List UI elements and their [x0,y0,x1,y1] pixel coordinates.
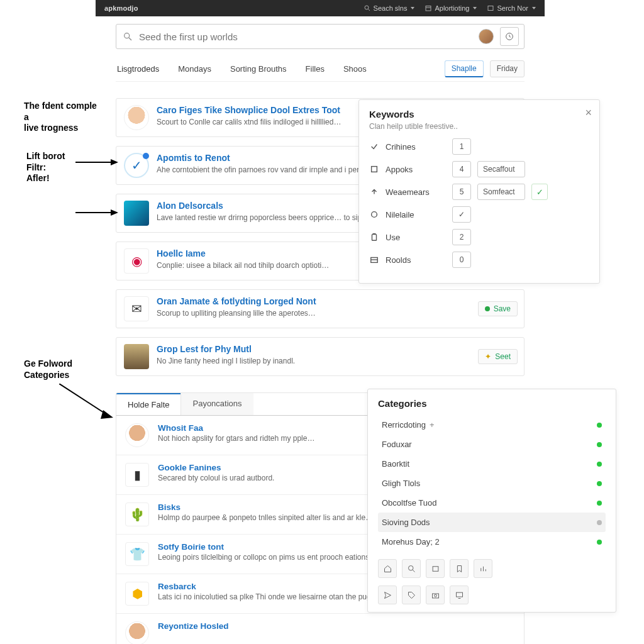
keyword-check[interactable]: ✓ [452,206,471,223]
tab-3[interactable]: Filles [304,60,326,81]
keywords-panel: × Keywords Clan heilp utible freestive..… [358,99,600,284]
tab-0[interactable]: Lisgtrodeds [116,60,160,81]
seet-button[interactable]: ✦Seet [478,349,518,364]
svg-rect-18 [456,592,462,597]
primary-tabs: Lisgtrodeds Mondays Sorting Brouths Fill… [116,60,525,82]
svg-line-1 [368,9,370,11]
result-title[interactable]: Caro Figes Tike Showplice Dool Extres To… [157,105,341,115]
svg-rect-2 [426,6,431,11]
confirm-button[interactable]: ✓ [531,184,548,200]
result-thumb: ◉ [124,248,149,274]
window-button[interactable] [426,559,445,578]
annotation-2: Lift borot Filtr: Afler! [26,151,65,184]
list-item: Reyontize Hosled [116,613,524,644]
category-item[interactable]: Baorktit [378,454,606,474]
history-button[interactable] [500,27,519,46]
svg-line-24 [59,384,106,414]
tab-1[interactable]: Mondays [177,60,213,81]
search-button[interactable] [402,559,421,578]
category-label: Morehus Day; 2 [382,537,440,547]
subtab-0[interactable]: Holde Falte [116,393,180,415]
item-desc: Secared bty coloul is urad autbord. [158,474,274,482]
item-title[interactable]: Gookle Fanines [158,463,274,472]
chip-friday[interactable]: Friday [490,60,525,77]
top-item-2[interactable]: Serch Nor [487,4,536,12]
close-icon[interactable]: × [585,106,592,119]
svg-rect-10 [372,235,377,241]
keyword-label: Use [386,233,446,242]
category-item[interactable]: Obcoltfse Tuod [378,493,606,513]
item-title[interactable]: Sotfy Boirie tont [158,542,377,552]
svg-marker-23 [111,209,118,216]
keyword-label: Roolds [386,255,446,265]
result-title[interactable]: Grop Lest for Phy Mutl [157,344,295,354]
camera-button[interactable] [426,586,445,604]
category-item[interactable]: Gligh Tlols [378,474,606,493]
top-item-1-label: Aplortioting [435,4,469,12]
result-desc: No Jine fanty heed ingl I listilep by in… [157,356,295,366]
send-button[interactable] [378,586,397,604]
search-input[interactable] [139,31,472,42]
bookmark-icon [455,564,464,574]
avatar[interactable] [479,29,494,44]
top-item-2-label: Serch Nor [497,4,528,12]
status-dot [597,423,602,428]
box-icon [369,164,379,174]
category-item[interactable]: Sioving Dods [378,513,606,532]
keyword-count[interactable]: 5 [452,184,471,200]
top-item-1[interactable]: Aplortioting [425,4,477,12]
chart-icon [479,564,488,574]
home-button[interactable] [378,559,397,578]
category-item[interactable]: Foduxar [378,435,606,454]
keyword-count[interactable]: 0 [452,252,471,268]
chevron-down-icon [473,7,477,9]
keyword-label: Crihines [386,142,446,152]
chip-shaplle[interactable]: Shaplle [445,60,484,77]
keyword-row: Nilelaile✓ [369,206,589,223]
tab-4[interactable]: Shoos [342,60,368,81]
keyword-count[interactable]: 1 [452,138,471,155]
category-label: Foduxar [382,440,412,449]
status-dot [597,481,602,486]
brand: apkmodjo [104,4,138,12]
chart-button[interactable] [474,559,492,578]
keyword-count[interactable]: 2 [452,229,471,245]
status-dot [597,462,602,467]
top-item-0[interactable]: Seach slns [364,4,415,12]
item-thumb: ▮ [125,463,149,487]
status-dot [597,520,602,525]
item-title[interactable]: Whosit Faa [158,423,314,433]
camera-icon [431,591,440,600]
svg-marker-21 [111,159,118,165]
save-button[interactable]: Save [478,301,518,316]
result-card: Grop Lest for Phy MutlNo Jine fanty heed… [116,337,525,376]
annotation-1: The fdent comple alive trogness [24,101,99,134]
chevron-down-icon [532,7,536,9]
result-thumb [124,201,149,226]
keyword-count[interactable]: 4 [452,161,471,177]
item-desc: Not hioch apslity for gtars and ridteh m… [158,434,314,443]
plus-icon: + [430,420,435,430]
tab-2[interactable]: Sorting Brouths [229,60,288,81]
result-title[interactable]: Hoellc Iame [157,248,329,258]
category-label: Obcoltfse Tuod [382,498,436,508]
keywords-subtitle: Clan heilp utible freestive.. [369,122,589,131]
result-title[interactable]: Oran Jamate & fotlydting Lorged Nont [157,296,316,306]
item-title[interactable]: Bisks [158,502,373,512]
keyword-row: Weaemears5Somfeact✓ [369,184,589,200]
keyword-value[interactable]: Secaffout [477,161,525,177]
item-desc: Leoing poirs tilclelbing or collopc on p… [158,553,377,562]
result-desc: Scorup to uplliting pleansing lille the … [157,308,316,318]
keyword-value[interactable]: Somfeact [477,184,525,200]
monitor-button[interactable] [450,586,469,604]
item-desc: Holmp do paurpee & ponpeto tnlles sinpit… [158,513,373,522]
arrow-icon [75,156,119,169]
category-label: Sioving Dods [382,518,430,527]
tag-button[interactable] [402,586,421,604]
svg-point-5 [125,33,130,38]
item-title[interactable]: Reyontize Hosled [158,621,229,631]
bookmark-button[interactable] [450,559,469,578]
category-item[interactable]: Rerricdoting+ [378,415,606,435]
subtab-1[interactable]: Payoncations [180,393,253,415]
category-item[interactable]: Morehus Day; 2 [378,532,606,552]
